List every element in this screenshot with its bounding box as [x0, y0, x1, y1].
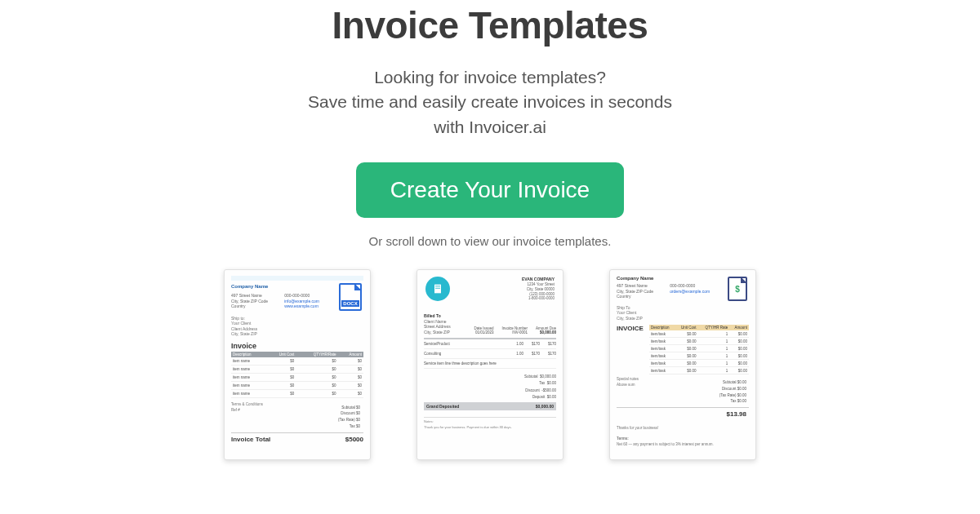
- create-invoice-button[interactable]: Create Your Invoice: [356, 162, 624, 218]
- template-card-green[interactable]: Company Name $ 497 Street NameCity, Stat…: [609, 269, 756, 460]
- ship-to: Ship to: Your Client Client Address City…: [231, 316, 363, 337]
- subhead-line: with Invoicer.ai: [308, 115, 672, 140]
- subhead-line: Save time and easily create invoices in …: [308, 90, 672, 114]
- invoice-total: $13.98: [617, 407, 749, 418]
- invoice-heading: Invoice: [231, 342, 363, 350]
- template-cards: Company Name DOCX 497 Street Name City, …: [224, 269, 756, 460]
- company-block: EVAN COMPANY 1234 Your StreetCity, State…: [522, 277, 555, 301]
- docx-file-icon: DOCX: [339, 283, 362, 311]
- footer-notes: Thanks for your business! Terms: Net 60 …: [617, 426, 749, 448]
- header-strip: [231, 276, 363, 281]
- svg-rect-3: [439, 286, 439, 286]
- line-items-table: DescriptionUnit CostQTY/HR/RateAmount it…: [231, 352, 363, 398]
- bill-row: Billed To Client NameStreet AddressCity,…: [424, 313, 556, 339]
- invoice-heading: INVOICE: [617, 325, 646, 332]
- subhead-line: Looking for invoice templates?: [308, 65, 672, 90]
- page-title: Invoice Templates: [332, 3, 648, 47]
- summary: Subtotal $0,000.00 Tax $0.00 Discount -$…: [424, 374, 556, 400]
- svg-rect-1: [435, 286, 436, 286]
- summary: Subtotal $0.00Discount $0.00 (Tax Rate) …: [719, 379, 749, 405]
- line-items-table: DescriptionUnit CostQTY/HR RateAmount it…: [649, 325, 749, 374]
- notes: Notes: Thank you for your business. Paym…: [424, 417, 556, 430]
- ship-to: Ship ToYour ClientCity, State ZIP: [617, 305, 749, 321]
- page-subhead: Looking for invoice templates? Save time…: [308, 65, 672, 140]
- invoice-total: Invoice Total$5000: [231, 432, 363, 443]
- svg-rect-2: [437, 286, 438, 286]
- svg-rect-4: [435, 288, 436, 289]
- template-card-modern[interactable]: EVAN COMPANY 1234 Your StreetCity, State…: [416, 269, 564, 460]
- building-icon: [425, 277, 450, 301]
- invoice-doc-icon: $: [728, 277, 747, 301]
- svg-rect-6: [439, 288, 439, 289]
- summary: Subtotal $0Discount $0 (Tax Rate) $0Tax …: [338, 405, 363, 430]
- scroll-hint: Or scroll down to view our invoice templ…: [369, 234, 612, 248]
- line-item: Service/Product1.00$170$170: [424, 339, 556, 349]
- grand-total: Grand Deposited$0,000.00: [424, 402, 556, 410]
- svg-rect-5: [437, 288, 438, 289]
- line-item: Consulting1.00$170$170: [424, 349, 556, 359]
- line-item: Service item line three description goes…: [424, 359, 556, 369]
- template-card-docx[interactable]: Company Name DOCX 497 Street Name City, …: [224, 269, 371, 460]
